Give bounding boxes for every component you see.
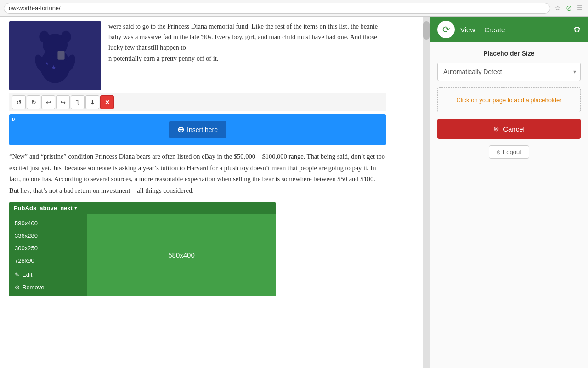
ad-sidebar: 580x400 336x280 300x250 728x90 ✎ Edit ⊗ … — [9, 214, 87, 296]
redo-button[interactable]: ↻ — [27, 95, 40, 109]
sort-button[interactable]: ⇅ — [71, 95, 85, 109]
logo-icon: ⟳ — [442, 24, 450, 35]
article-body: “New” and “pristine” condition Princess … — [9, 151, 386, 196]
close-icon: ✕ — [105, 99, 110, 106]
ad-size-728x90[interactable]: 728x90 — [9, 254, 87, 267]
ad-size-336x280[interactable]: 336x280 — [9, 230, 87, 242]
panel-logo: ⟳ — [437, 21, 455, 38]
ad-layout: 580x400 336x280 300x250 728x90 ✎ Edit ⊗ … — [9, 214, 276, 296]
logout-icon: ⎋ — [497, 149, 500, 155]
insert-here-label: Insert here — [187, 126, 218, 133]
undo-button[interactable]: ↺ — [12, 95, 26, 109]
remove-icon: ⊗ — [15, 284, 20, 291]
ad-size-300x250[interactable]: 300x250 — [9, 242, 87, 254]
logout-wrapper: ⎋ Logout — [437, 145, 581, 159]
panel-section-title: Placeholder Size — [437, 50, 581, 57]
edit-icon: ✎ — [15, 271, 20, 278]
ad-header-label: PubAds_above_next — [14, 205, 73, 212]
panel-nav: View Create — [460, 26, 568, 34]
article-image: ★ ★ — [9, 21, 101, 90]
svg-rect-6 — [57, 51, 64, 59]
address-bar: ☆ ⊘ ☰ — [0, 0, 588, 17]
download-button[interactable]: ⬇ — [85, 95, 99, 109]
placeholder-size-dropdown[interactable]: Automatically Detect Custom — [437, 63, 581, 81]
ad-size-display: 580x400 — [168, 251, 195, 259]
cancel-label: Cancel — [503, 125, 525, 133]
cancel-button[interactable]: ⊗ Cancel — [437, 119, 581, 139]
svg-text:★: ★ — [51, 64, 57, 71]
panel-header: ⟳ View Create ⚙ — [430, 17, 588, 42]
logout-label: Logout — [503, 149, 521, 155]
back-button[interactable]: ↩ — [41, 95, 55, 109]
panel-body: Placeholder Size Automatically Detect Cu… — [430, 42, 588, 166]
article-top: ★ ★ were said to go to the Princess Dian… — [9, 17, 386, 90]
editor-toolbar: ↺ ↻ ↩ ↪ ⇅ ⬇ ✕ — [9, 93, 386, 111]
svg-point-2 — [39, 31, 49, 43]
nav-view[interactable]: View — [460, 26, 475, 34]
sidebar-divider — [9, 268, 87, 268]
chevron-down-icon: ▾ — [74, 205, 77, 211]
gear-icon[interactable]: ⚙ — [573, 24, 581, 34]
logout-button[interactable]: ⎋ Logout — [489, 145, 529, 159]
click-placeholder-text: Click on your page to add a placeholder — [456, 97, 561, 104]
right-panel: ⟳ View Create ⚙ Placeholder Size Automat… — [430, 17, 588, 368]
ad-edit-button[interactable]: ✎ Edit — [9, 269, 87, 281]
page-content: ★ ★ were said to go to the Princess Dian… — [0, 17, 423, 368]
address-input[interactable] — [4, 3, 550, 14]
insert-here-button[interactable]: ⊕ Insert here — [169, 121, 226, 138]
dropdown-wrapper: Automatically Detect Custom ▾ — [437, 63, 581, 81]
ad-size-580x400[interactable]: 580x400 — [9, 217, 87, 230]
article-wrapper: ★ ★ were said to go to the Princess Dian… — [0, 17, 395, 305]
menu-icon[interactable]: ☰ — [575, 4, 584, 13]
cancel-icon: ⊗ — [493, 125, 499, 133]
scrollbar-thumb[interactable] — [423, 21, 430, 40]
ad-block: PubAds_above_next ▾ 580x400 336x280 300x… — [9, 202, 276, 296]
close-button[interactable]: ✕ — [100, 95, 114, 109]
click-placeholder-area: Click on your page to add a placeholder — [437, 87, 581, 112]
forward-button[interactable]: ↪ — [56, 95, 70, 109]
svg-point-3 — [61, 31, 71, 43]
svg-text:★: ★ — [45, 61, 49, 66]
ad-remove-button[interactable]: ⊗ Remove — [9, 282, 87, 293]
bookmark-icon[interactable]: ☆ — [553, 4, 562, 13]
article-intro-text: were said to go to the Princess Diana me… — [108, 21, 386, 90]
plus-icon: ⊕ — [177, 125, 184, 135]
ad-header[interactable]: PubAds_above_next ▾ — [9, 202, 276, 214]
ad-main-preview: 580x400 — [87, 214, 276, 296]
nav-create[interactable]: Create — [484, 26, 505, 34]
insert-area[interactable]: p ⊕ Insert here — [9, 114, 386, 145]
p-label: p — [12, 116, 15, 122]
scrollbar-track[interactable] — [423, 17, 430, 368]
extension-icon[interactable]: ⊘ — [564, 4, 573, 13]
main-area: ★ ★ were said to go to the Princess Dian… — [0, 17, 588, 368]
